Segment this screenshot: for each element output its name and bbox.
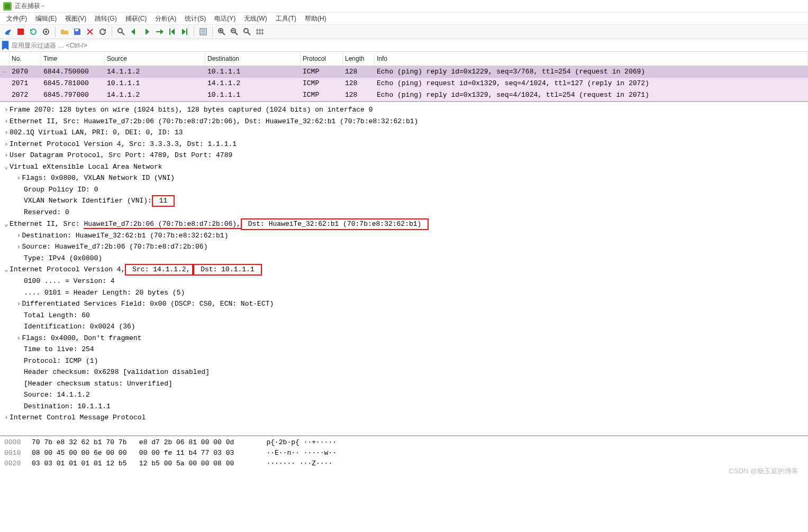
- chevron-right-icon[interactable]: ›: [15, 172, 22, 184]
- tree-vxlan-vni[interactable]: VXLAN Network Identifier (VNI): 11: [0, 195, 808, 207]
- chevron-right-icon[interactable]: ›: [3, 127, 10, 139]
- menu-item[interactable]: 无线(W): [240, 13, 271, 24]
- last-icon[interactable]: [179, 26, 190, 38]
- tree-vxlan-reserved[interactable]: Reserved: 0: [0, 207, 808, 218]
- tree-ip-ttl[interactable]: Time to live: 254: [0, 344, 808, 355]
- tree-vxlan: ⌄Virtual eXtensible Local Area Network: [0, 161, 808, 173]
- title-bar: 正在捕获 -: [0, 0, 808, 13]
- zoom-reset-icon[interactable]: [241, 26, 253, 38]
- bookmark-icon[interactable]: [0, 40, 11, 51]
- chevron-right-icon[interactable]: ›: [15, 333, 22, 344]
- highlight-vni: 11: [152, 195, 175, 207]
- toolbar-separator: [112, 26, 112, 37]
- chevron-down-icon[interactable]: ⌄: [3, 264, 10, 276]
- menu-item[interactable]: 工具(T): [271, 13, 301, 24]
- chevron-right-icon[interactable]: ›: [3, 139, 10, 150]
- zoom-out-icon[interactable]: [229, 26, 240, 38]
- goto-icon[interactable]: [153, 26, 165, 38]
- column-header[interactable]: Length: [343, 52, 375, 66]
- tree-ip-checksum-status[interactable]: [Header checksum status: Unverified]: [0, 378, 808, 390]
- options-icon[interactable]: [40, 26, 52, 38]
- tree-ip-checksum[interactable]: Header checksum: 0x6298 [validation disa…: [0, 366, 808, 378]
- hex-row[interactable]: 000070 7b e8 32 62 b1 70 7b e8 d7 2b 06 …: [0, 437, 808, 448]
- column-header[interactable]: [0, 52, 10, 66]
- chevron-right-icon[interactable]: ›: [15, 298, 22, 310]
- tree-ip-hlen[interactable]: .... 0101 = Header Length: 20 bytes (5): [0, 287, 808, 299]
- highlight-eth-src: HuaweiTe_d7:2b:06 (70:7b:e8:d7:2b:06),: [84, 220, 240, 229]
- tree-ip-dscp: ›Differentiated Services Field: 0x00 (DS…: [0, 298, 808, 310]
- packet-list[interactable]: ←20706844.75000014.1.1.210.1.1.1ICMP128E…: [0, 66, 808, 101]
- hex-row[interactable]: 001008 00 45 00 00 6e 00 00 00 00 fe 11 …: [0, 448, 808, 458]
- tree-ip-version[interactable]: 0100 .... = Version: 4: [0, 276, 808, 287]
- autoscroll-icon[interactable]: [197, 26, 209, 38]
- column-header[interactable]: Protocol: [301, 52, 343, 66]
- menu-item[interactable]: 文件(F): [2, 13, 31, 24]
- svg-rect-0: [17, 29, 24, 35]
- svg-rect-3: [75, 29, 78, 31]
- hex-row[interactable]: 002003 03 01 01 01 01 12 b5 12 b5 00 5a …: [0, 458, 808, 469]
- back-icon[interactable]: [128, 26, 140, 38]
- close-icon[interactable]: [84, 26, 96, 38]
- first-icon[interactable]: [166, 26, 178, 38]
- packet-row[interactable]: 20716845.78100010.1.1.114.1.1.2ICMP128Ec…: [0, 78, 808, 89]
- zoom-in-icon[interactable]: [216, 26, 228, 38]
- chevron-down-icon[interactable]: ⌄: [3, 161, 10, 173]
- watermark: CSDN @杨玉庭的博客: [729, 466, 798, 470]
- packet-row[interactable]: ←20706844.75000014.1.1.210.1.1.1ICMP128E…: [0, 66, 808, 78]
- tree-eth-outer: ›Ethernet II, Src: HuaweiTe_d7:2b:06 (70…: [0, 116, 808, 127]
- tree-eth-type[interactable]: Type: IPv4 (0x0800): [0, 253, 808, 264]
- menu-item[interactable]: 捕获(C): [121, 13, 151, 24]
- save-icon[interactable]: [71, 26, 83, 38]
- open-icon[interactable]: [59, 26, 70, 38]
- svg-point-4: [118, 29, 122, 33]
- packet-bytes-pane[interactable]: 000070 7b e8 32 62 b1 70 7b e8 d7 2b 06 …: [0, 435, 808, 470]
- column-header[interactable]: Destination: [205, 52, 301, 66]
- tree-ip-src[interactable]: Source: 14.1.1.2: [0, 389, 808, 401]
- forward-icon[interactable]: [141, 26, 152, 38]
- tree-udp: ›User Datagram Protocol, Src Port: 4789,…: [0, 150, 808, 161]
- display-filter-bar: [0, 39, 808, 52]
- tree-ipv4-outer: ›Internet Protocol Version 4, Src: 3.3.3…: [0, 139, 808, 150]
- tree-ip-proto[interactable]: Protocol: ICMP (1): [0, 355, 808, 367]
- tree-ip-flags: ›Flags: 0x4000, Don't fragment: [0, 333, 808, 344]
- menu-item[interactable]: 视图(V): [61, 13, 90, 24]
- menu-item[interactable]: 编辑(E): [31, 13, 61, 24]
- chevron-right-icon[interactable]: ›: [15, 241, 22, 253]
- tree-eth-src: ›Source: HuaweiTe_d7:2b:06 (70:7b:e8:d7:…: [0, 241, 808, 253]
- tree-ip-totlen[interactable]: Total Length: 60: [0, 310, 808, 322]
- arrow-icon: [0, 89, 10, 101]
- shark-icon[interactable]: [2, 26, 14, 38]
- find-icon[interactable]: [115, 26, 127, 38]
- resize-cols-icon[interactable]: [254, 26, 266, 38]
- stop-icon[interactable]: [15, 26, 26, 38]
- menu-item[interactable]: 电话(Y): [210, 13, 240, 24]
- chevron-down-icon[interactable]: ⌄: [3, 218, 10, 230]
- packet-row[interactable]: 20726845.79700014.1.1.210.1.1.1ICMP128Ec…: [0, 89, 808, 101]
- menu-item[interactable]: 统计(S): [180, 13, 210, 24]
- display-filter-input[interactable]: [11, 41, 808, 50]
- menu-item[interactable]: 帮助(H): [301, 13, 331, 24]
- packet-details-pane[interactable]: ›Frame 2070: 128 bytes on wire (1024 bit…: [0, 101, 808, 435]
- chevron-right-icon[interactable]: ›: [3, 412, 10, 424]
- menu-bar: 文件(F)编辑(E)视图(V)跳转(G)捕获(C)分析(A)统计(S)电话(Y)…: [0, 13, 808, 24]
- packet-list-header: No.TimeSourceDestinationProtocolLengthIn…: [0, 52, 808, 66]
- reload-icon[interactable]: [97, 26, 108, 38]
- column-header[interactable]: No.: [10, 52, 41, 66]
- column-header[interactable]: Source: [105, 52, 205, 66]
- chevron-right-icon[interactable]: ›: [3, 150, 10, 161]
- column-header[interactable]: Time: [41, 52, 105, 66]
- tree-ip-dst[interactable]: Destination: 10.1.1.1: [0, 401, 808, 412]
- column-header[interactable]: Info: [375, 52, 808, 66]
- chevron-right-icon[interactable]: ›: [15, 230, 22, 242]
- menu-item[interactable]: 跳转(G): [90, 13, 121, 24]
- tree-ip-ident[interactable]: Identification: 0x0024 (36): [0, 321, 808, 333]
- restart-icon[interactable]: [28, 26, 39, 38]
- highlight-eth-dst: Dst: HuaweiTe_32:62:b1 (70:7b:e8:32:62:b…: [241, 218, 429, 230]
- highlight-ip-dst: Dst: 10.1.1.1: [193, 264, 261, 276]
- menu-item[interactable]: 分析(A): [151, 13, 180, 24]
- chevron-right-icon[interactable]: ›: [3, 116, 10, 127]
- tree-vxlan-gpid[interactable]: Group Policy ID: 0: [0, 184, 808, 196]
- tree-vxlan-flags: ›Flags: 0x0800, VXLAN Network ID (VNI): [0, 172, 808, 184]
- svg-point-2: [45, 31, 47, 33]
- chevron-right-icon[interactable]: ›: [3, 104, 10, 116]
